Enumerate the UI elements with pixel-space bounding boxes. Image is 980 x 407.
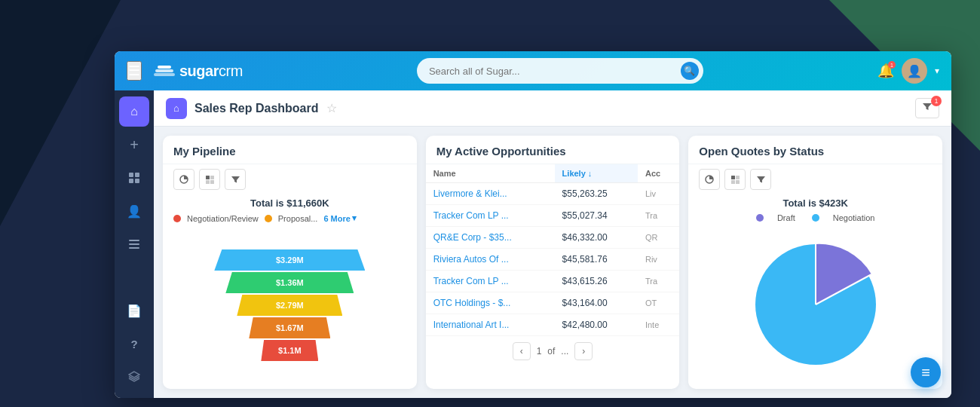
pipeline-toolbar — [163, 164, 417, 194]
pipeline-filter-btn[interactable] — [225, 169, 246, 190]
funnel-bar-1: $3.29M — [214, 249, 365, 271]
dashboard-title: Sales Rep Dashboard — [194, 102, 319, 115]
sugarcrm-logo-icon — [154, 63, 175, 79]
table-row: OTC Holdings - $... $43,164.00 OT — [426, 292, 680, 314]
search-button[interactable]: 🔍 — [681, 62, 699, 80]
svg-rect-14 — [210, 180, 214, 184]
quotes-table-btn[interactable] — [724, 169, 746, 190]
legend-dot-proposal — [265, 215, 272, 222]
quotes-chart-btn[interactable] — [699, 169, 720, 190]
sidebar-item-help[interactable]: ? — [119, 329, 149, 359]
legend-dot-negotiation-q — [812, 214, 819, 222]
funnel-bar-5: $1.1M — [261, 340, 318, 361]
opp-name-cell[interactable]: OTC Holdings - $... — [426, 292, 555, 314]
pipeline-table-btn[interactable] — [199, 169, 220, 190]
opp-name-cell[interactable]: International Art I... — [426, 314, 555, 336]
col-likely[interactable]: Likely ↓ — [555, 164, 638, 183]
opportunities-card: My Active Opportunities Name Likely ↓ Ac… — [426, 136, 680, 389]
cards-area: My Pipeline — [154, 127, 951, 398]
quotes-filter-btn[interactable] — [750, 169, 771, 190]
table-row: Riviera Autos Of ... $45,581.76 Riv — [426, 249, 680, 271]
sidebar-item-add[interactable]: + — [119, 130, 149, 160]
opportunities-table: Name Likely ↓ Acc Livermore & Klei... $5… — [426, 164, 680, 336]
funnel-row-1: $3.29M — [214, 249, 365, 271]
funnel-row-3: $2.79M — [237, 295, 342, 316]
opp-name-cell[interactable]: Riviera Autos Of ... — [426, 249, 555, 271]
svg-rect-3 — [129, 173, 133, 177]
opp-acc-cell: Inte — [638, 314, 679, 336]
opp-likely-cell: $42,480.00 — [555, 314, 638, 336]
pipeline-legend: Negotiation/Review Proposal... 6 More ▾ — [163, 210, 417, 228]
page-total: ... — [561, 346, 568, 357]
funnel-bar-4: $1.67M — [249, 317, 330, 338]
sidebar-item-layers[interactable] — [119, 362, 149, 392]
quotes-card-title: Open Quotes by Status — [688, 136, 942, 164]
opportunities-card-title: My Active Opportunities — [426, 136, 680, 164]
svg-rect-13 — [206, 180, 210, 184]
funnel-row-5: $1.1M — [261, 340, 318, 361]
svg-rect-8 — [129, 243, 139, 245]
opp-acc-cell: Tra — [638, 205, 679, 227]
sidebar-item-list[interactable] — [119, 229, 149, 259]
search-bar: 🔍 — [417, 58, 703, 84]
dashboard-star-icon[interactable]: ☆ — [326, 101, 337, 115]
quotes-legend: Draft Negotiation — [688, 210, 942, 227]
sidebar-item-document[interactable]: 📄 — [119, 295, 149, 326]
svg-rect-1 — [155, 69, 173, 72]
svg-rect-0 — [154, 73, 175, 76]
opp-likely-cell: $55,263.25 — [555, 183, 638, 205]
svg-rect-16 — [731, 176, 735, 179]
opp-name-cell[interactable]: QR&E Corp - $35... — [426, 227, 555, 249]
svg-rect-11 — [206, 176, 210, 179]
page-prev-button[interactable]: ‹ — [513, 342, 531, 360]
legend-more-button[interactable]: 6 More ▾ — [323, 213, 356, 223]
opp-acc-cell: OT — [638, 292, 679, 314]
dashboard-icon: ⌂ — [166, 98, 187, 119]
dashboard-header: ⌂ Sales Rep Dashboard ☆ 1 — [154, 90, 951, 127]
col-acc[interactable]: Acc — [638, 164, 679, 183]
dashboard-filter-button[interactable]: 1 — [915, 98, 939, 118]
pie-chart — [740, 229, 891, 380]
funnel-chart: $3.29M $1.36M $2.79M — [163, 228, 417, 389]
opp-name-cell[interactable]: Livermore & Klei... — [426, 183, 555, 205]
page-next-button[interactable]: › — [574, 342, 593, 360]
svg-rect-18 — [731, 180, 735, 184]
sidebar-item-user[interactable]: 👤 — [119, 196, 149, 226]
sidebar-item-home[interactable]: ⌂ — [119, 96, 149, 127]
filter-badge: 1 — [931, 96, 942, 106]
avatar[interactable]: 👤 — [902, 58, 927, 84]
search-input[interactable] — [417, 58, 703, 84]
sidebar-item-grid[interactable] — [119, 163, 149, 193]
opp-likely-cell: $43,164.00 — [555, 292, 638, 314]
svg-rect-7 — [129, 240, 139, 241]
fab-button[interactable]: ≡ — [911, 357, 941, 387]
pipeline-card-title: My Pipeline — [163, 136, 417, 164]
legend-label-negotiation: Negotiation/Review — [187, 214, 259, 223]
svg-rect-9 — [129, 247, 139, 249]
notification-button[interactable]: 🔔 1 — [877, 63, 894, 79]
logo-area: sugarcrm — [154, 63, 243, 80]
opp-likely-cell: $43,615.26 — [555, 271, 638, 292]
opp-acc-cell: Liv — [638, 183, 679, 205]
funnel-row-2: $1.36M — [225, 272, 354, 293]
opp-name-cell[interactable]: Tracker Com LP ... — [426, 271, 555, 292]
svg-rect-6 — [135, 179, 139, 183]
opp-name-cell[interactable]: Tracker Com LP ... — [426, 205, 555, 227]
quotes-total: Total is $423K — [688, 194, 942, 210]
legend-dot-draft — [756, 214, 764, 222]
legend-label-draft: Draft — [777, 213, 795, 222]
pipeline-chart-btn[interactable] — [173, 169, 194, 190]
hamburger-button[interactable]: ☰ — [127, 61, 142, 81]
avatar-caret-icon[interactable]: ▾ — [935, 66, 939, 76]
sidebar: ⌂ + 👤 📄 ? — [115, 90, 154, 398]
col-name[interactable]: Name — [426, 164, 555, 183]
funnel-bar-3: $2.79M — [237, 295, 342, 316]
pagination: ‹ 1 of ... › — [426, 336, 680, 366]
table-row: International Art I... $42,480.00 Inte — [426, 314, 680, 336]
legend-label-proposal: Proposal... — [278, 214, 318, 223]
table-row: Tracker Com LP ... $55,027.34 Tra — [426, 205, 680, 227]
opp-acc-cell: Tra — [638, 271, 679, 292]
funnel-bar-2: $1.36M — [225, 272, 354, 293]
svg-rect-19 — [736, 180, 740, 184]
page-current: 1 — [537, 346, 542, 357]
